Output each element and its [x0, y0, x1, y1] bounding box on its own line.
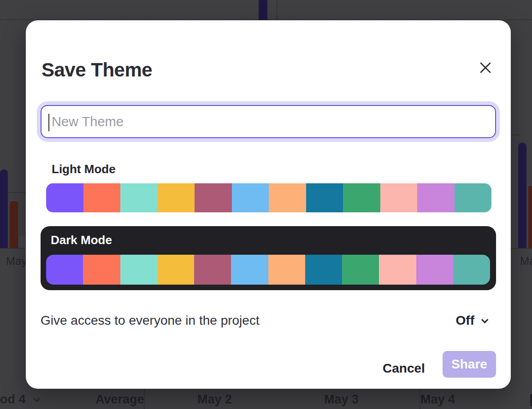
text-caret: [48, 114, 49, 131]
may2-column-label: May 2: [197, 392, 232, 407]
chart-bar-top: [259, 0, 267, 20]
color-swatch: [120, 183, 158, 212]
color-swatch: [417, 183, 455, 212]
chart-bar-red-right: [528, 186, 532, 248]
close-icon: [479, 62, 491, 74]
color-swatch: [342, 255, 379, 285]
color-swatch: [455, 183, 492, 212]
x-axis-label-right: Ma: [520, 255, 532, 268]
color-swatch: [231, 255, 268, 285]
color-swatch: [83, 183, 121, 212]
color-swatch: [268, 255, 305, 285]
average-line-right: [512, 134, 519, 135]
average-column-label: Average: [95, 392, 144, 407]
theme-name-input[interactable]: [41, 105, 496, 138]
may3-column-label: May 3: [324, 392, 359, 407]
chart-bar-navy-right: [518, 143, 526, 248]
color-swatch: [306, 183, 343, 212]
x-axis-label-left: May: [6, 255, 27, 268]
chart-bar-red-left: [10, 201, 18, 248]
close-button[interactable]: [475, 58, 496, 78]
color-swatch: [379, 255, 416, 285]
share-button[interactable]: Share: [443, 351, 496, 378]
access-value: Off: [456, 313, 474, 328]
dark-mode-section: Dark Mode: [41, 226, 496, 290]
chart-bar-navy-left: [0, 169, 8, 248]
color-swatch: [194, 255, 231, 285]
color-swatch: [416, 255, 453, 285]
may4-column-label: May 4: [420, 392, 455, 407]
period-label: od 4: [0, 392, 26, 407]
access-dropdown[interactable]: Off: [456, 313, 486, 328]
color-swatch: [46, 183, 83, 212]
color-swatch: [232, 183, 269, 212]
cancel-button[interactable]: Cancel: [376, 356, 432, 380]
chart-divider: [277, 0, 278, 20]
cropped-label-sliver: [530, 394, 532, 406]
access-label: Give access to everyone in the project: [41, 313, 260, 328]
dark-mode-label: Dark Mode: [51, 233, 112, 247]
dark-mode-palette: [46, 255, 490, 285]
color-swatch: [453, 255, 490, 285]
color-swatch: [380, 183, 418, 212]
baseline-right: [511, 248, 532, 249]
color-swatch: [269, 183, 306, 212]
color-swatch: [343, 183, 380, 212]
light-mode-palette: [46, 183, 491, 212]
chevron-down-icon: [33, 395, 40, 403]
color-swatch: [305, 255, 342, 285]
dialog-title: Save Theme: [41, 59, 152, 81]
chevron-down-icon: [481, 316, 489, 323]
chart-bar-gray-left: [19, 236, 25, 248]
color-swatch: [158, 183, 195, 212]
average-line-left: [8, 192, 27, 193]
baseline-left: [0, 248, 27, 249]
color-swatch: [157, 255, 194, 285]
period-selector[interactable]: od 4: [0, 392, 38, 407]
save-theme-dialog: Save Theme Theme Name Light Mode Dark Mo…: [26, 20, 511, 389]
color-swatch: [83, 255, 120, 285]
color-swatch: [46, 255, 83, 285]
light-mode-label: Light Mode: [52, 162, 116, 176]
color-swatch: [120, 255, 157, 285]
color-swatch: [195, 183, 232, 212]
